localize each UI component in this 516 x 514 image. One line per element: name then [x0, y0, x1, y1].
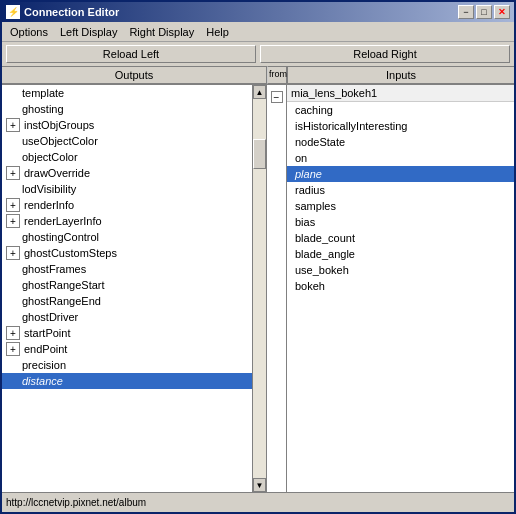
list-item[interactable]: ghosting	[2, 101, 252, 117]
list-item-label: startPoint	[24, 327, 70, 339]
list-item-label: ghostingControl	[22, 231, 99, 243]
list-item-label: nodeState	[295, 136, 345, 148]
list-item-label: plane	[295, 168, 322, 180]
list-item[interactable]: distance	[2, 373, 252, 389]
expand-button[interactable]: +	[6, 118, 20, 132]
list-item-label: bias	[295, 216, 315, 228]
list-item[interactable]: caching	[287, 102, 514, 118]
menu-options[interactable]: Options	[4, 24, 54, 40]
scroll-track[interactable]	[253, 99, 266, 478]
right-panel-header: mia_lens_bokeh1	[287, 85, 514, 102]
list-item[interactable]: ghostFrames	[2, 261, 252, 277]
list-item-label: precision	[22, 359, 66, 371]
list-item[interactable]: on	[287, 150, 514, 166]
toolbar: Reload Left Reload Right	[2, 42, 514, 66]
list-item-label: endPoint	[24, 343, 67, 355]
reload-left-button[interactable]: Reload Left	[6, 45, 256, 63]
list-item[interactable]: plane	[287, 166, 514, 182]
list-item-label: lodVisibility	[22, 183, 76, 195]
list-item[interactable]: blade_angle	[287, 246, 514, 262]
list-item[interactable]: +endPoint	[2, 341, 252, 357]
list-item-label: renderLayerInfo	[24, 215, 102, 227]
maximize-button[interactable]: □	[476, 5, 492, 19]
list-item[interactable]: +instObjGroups	[2, 117, 252, 133]
list-item[interactable]: objectColor	[2, 149, 252, 165]
list-item-label: ghosting	[22, 103, 64, 115]
list-item-label: isHistoricallyInteresting	[295, 120, 407, 132]
expand-button[interactable]: +	[6, 326, 20, 340]
connection-editor-window: ⚡ Connection Editor − □ ✕ Options Left D…	[0, 0, 516, 514]
panel-headers: Outputs from -> to Inputs	[2, 66, 514, 85]
list-item-label: ghostRangeEnd	[22, 295, 101, 307]
list-item[interactable]: +renderLayerInfo	[2, 213, 252, 229]
list-item[interactable]: samples	[287, 198, 514, 214]
status-bar: http://lccnetvip.pixnet.net/album	[2, 492, 514, 512]
list-item-label: ghostCustomSteps	[24, 247, 117, 259]
list-item-label: caching	[295, 104, 333, 116]
menu-help[interactable]: Help	[200, 24, 235, 40]
list-item[interactable]: bias	[287, 214, 514, 230]
list-item[interactable]: useObjectColor	[2, 133, 252, 149]
list-item[interactable]: lodVisibility	[2, 181, 252, 197]
scroll-thumb[interactable]	[253, 139, 266, 169]
list-item-label: on	[295, 152, 307, 164]
list-item[interactable]: +startPoint	[2, 325, 252, 341]
outputs-header: Outputs	[2, 66, 267, 84]
expand-button[interactable]: +	[6, 214, 20, 228]
list-item[interactable]: use_bokeh	[287, 262, 514, 278]
outputs-list[interactable]: templateghosting+instObjGroupsuseObjectC…	[2, 85, 266, 492]
list-item[interactable]: +drawOverride	[2, 165, 252, 181]
list-item[interactable]: isHistoricallyInteresting	[287, 118, 514, 134]
list-item-label: blade_count	[295, 232, 355, 244]
list-item[interactable]: precision	[2, 357, 252, 373]
inputs-header: Inputs	[287, 66, 514, 84]
list-item-label: distance	[22, 375, 63, 387]
expand-button[interactable]: +	[6, 342, 20, 356]
from-to-header: from -> to	[267, 66, 287, 84]
minimize-button[interactable]: −	[458, 5, 474, 19]
list-item[interactable]: ghostRangeEnd	[2, 293, 252, 309]
inputs-list[interactable]: cachingisHistoricallyInterestingnodeStat…	[287, 102, 514, 492]
list-item-label: blade_angle	[295, 248, 355, 260]
list-item[interactable]: ghostingControl	[2, 229, 252, 245]
list-item-label: renderInfo	[24, 199, 74, 211]
list-item-label: ghostRangeStart	[22, 279, 105, 291]
close-button[interactable]: ✕	[494, 5, 510, 19]
left-scrollbar[interactable]: ▲ ▼	[252, 85, 266, 492]
list-item[interactable]: ghostDriver	[2, 309, 252, 325]
list-item[interactable]: nodeState	[287, 134, 514, 150]
list-item[interactable]: +renderInfo	[2, 197, 252, 213]
list-item[interactable]: ghostRangeStart	[2, 277, 252, 293]
list-item-label: drawOverride	[24, 167, 90, 179]
scroll-up-button[interactable]: ▲	[253, 85, 266, 99]
list-item-label: radius	[295, 184, 325, 196]
list-item-label: ghostDriver	[22, 311, 78, 323]
list-item[interactable]: template	[2, 85, 252, 101]
list-item[interactable]: bokeh	[287, 278, 514, 294]
right-panel: mia_lens_bokeh1 cachingisHistoricallyInt…	[287, 85, 514, 492]
minus-connection-icon[interactable]: −	[271, 91, 283, 103]
list-item-label: useObjectColor	[22, 135, 98, 147]
menu-bar: Options Left Display Right Display Help	[2, 22, 514, 42]
window-icon: ⚡	[6, 5, 20, 19]
scroll-down-button[interactable]: ▼	[253, 478, 266, 492]
list-item-label: instObjGroups	[24, 119, 94, 131]
window-title: Connection Editor	[24, 6, 458, 18]
left-panel: templateghosting+instObjGroupsuseObjectC…	[2, 85, 267, 492]
title-bar-buttons: − □ ✕	[458, 5, 510, 19]
menu-left-display[interactable]: Left Display	[54, 24, 123, 40]
list-item[interactable]: radius	[287, 182, 514, 198]
menu-right-display[interactable]: Right Display	[123, 24, 200, 40]
list-item-label: use_bokeh	[295, 264, 349, 276]
expand-button[interactable]: +	[6, 246, 20, 260]
status-url: http://lccnetvip.pixnet.net/album	[6, 497, 146, 508]
list-item-label: bokeh	[295, 280, 325, 292]
list-item-label: template	[22, 87, 64, 99]
list-item-label: objectColor	[22, 151, 78, 163]
expand-button[interactable]: +	[6, 198, 20, 212]
list-item-label: samples	[295, 200, 336, 212]
reload-right-button[interactable]: Reload Right	[260, 45, 510, 63]
expand-button[interactable]: +	[6, 166, 20, 180]
list-item[interactable]: +ghostCustomSteps	[2, 245, 252, 261]
list-item[interactable]: blade_count	[287, 230, 514, 246]
